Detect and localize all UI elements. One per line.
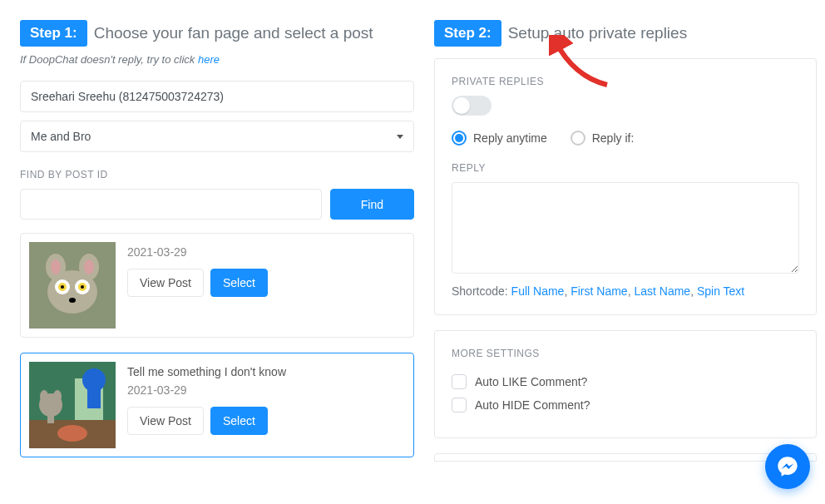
svg-point-12 [69, 298, 76, 303]
messenger-icon [776, 455, 799, 478]
radio-label: Reply if: [592, 131, 635, 145]
post-card: Tell me something I don't know 2021-03-2… [20, 353, 414, 457]
find-button[interactable]: Find [330, 189, 414, 220]
select-post-button[interactable]: Select [210, 407, 268, 435]
private-replies-label: PRIVATE REPLIES [452, 76, 799, 87]
checkbox-icon [452, 398, 467, 413]
shortcode-line: Shortcode: Full Name, First Name, Last N… [452, 284, 799, 298]
more-settings-panel: MORE SETTINGS Auto LIKE Comment? Auto HI… [434, 330, 817, 438]
svg-rect-21 [47, 412, 54, 423]
help-text: If DoopChat doesn't reply, try to click … [20, 53, 414, 66]
radio-icon [452, 131, 467, 146]
more-settings-label: MORE SETTINGS [452, 348, 799, 359]
post-thumbnail [29, 242, 116, 329]
step1-badge: Step 1: [20, 20, 87, 47]
select-post-button[interactable]: Select [210, 269, 268, 297]
checkbox-label: Auto LIKE Comment? [475, 375, 587, 388]
shortcode-link[interactable]: Full Name [511, 284, 565, 298]
view-post-button[interactable]: View Post [127, 269, 204, 297]
step1-header: Step 1: Choose your fan page and select … [20, 20, 414, 47]
panel-stub [434, 453, 817, 462]
svg-point-10 [61, 285, 64, 289]
post-dropdown[interactable]: Me and Bro [20, 121, 414, 152]
svg-point-4 [51, 259, 61, 274]
checkbox-label: Auto HIDE Comment? [475, 398, 590, 412]
post-date: 2021-03-29 [127, 383, 286, 397]
step2-header: Step 2: Setup auto private replies [434, 20, 817, 47]
step2-badge: Step 2: [434, 20, 501, 47]
shortcode-link[interactable]: Last Name [634, 284, 690, 298]
shortcode-link[interactable]: Spin Text [697, 284, 744, 298]
svg-point-20 [53, 390, 62, 403]
checkbox-icon [452, 374, 467, 389]
radio-label: Reply anytime [473, 131, 547, 145]
auto-hide-checkbox-row[interactable]: Auto HIDE Comment? [452, 398, 799, 413]
help-prefix: If DoopChat doesn't reply, try to click [20, 53, 198, 66]
post-card: 2021-03-29 View Post Select [20, 233, 414, 338]
radio-reply-anytime[interactable]: Reply anytime [452, 131, 547, 146]
step1-title: Choose your fan page and select a post [94, 24, 373, 42]
dropdown-value: Me and Bro [31, 130, 91, 143]
shortcode-link[interactable]: First Name [571, 284, 627, 298]
post-thumbnail [29, 362, 116, 448]
private-replies-panel: PRIVATE REPLIES Reply anytime Reply if: … [434, 58, 817, 315]
post-date: 2021-03-29 [127, 245, 268, 259]
svg-point-22 [57, 425, 87, 442]
radio-reply-if[interactable]: Reply if: [571, 131, 635, 146]
svg-point-5 [84, 259, 94, 274]
svg-point-11 [81, 285, 84, 289]
reply-label: REPLY [452, 162, 799, 174]
private-replies-toggle[interactable] [452, 96, 492, 116]
auto-like-checkbox-row[interactable]: Auto LIKE Comment? [452, 374, 799, 389]
svg-rect-17 [87, 387, 101, 408]
shortcode-prefix: Shortcode: [452, 284, 508, 298]
svg-point-19 [40, 390, 48, 403]
radio-icon [571, 131, 585, 146]
view-post-button[interactable]: View Post [127, 407, 204, 435]
chevron-down-icon [397, 135, 403, 139]
fanpage-input[interactable] [20, 81, 414, 112]
toggle-knob [453, 97, 470, 114]
post-id-input[interactable] [20, 189, 322, 220]
messenger-fab[interactable] [765, 444, 810, 489]
step2-title: Setup auto private replies [508, 24, 687, 42]
help-link[interactable]: here [198, 53, 220, 66]
reply-textarea[interactable] [452, 182, 799, 274]
find-by-post-id-label: FIND BY POST ID [20, 169, 414, 180]
post-text: Tell me something I don't know [127, 365, 286, 378]
